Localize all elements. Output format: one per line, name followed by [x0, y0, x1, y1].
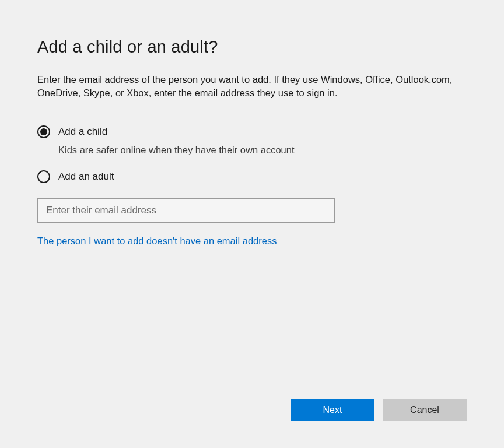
- radio-add-adult-label: Add an adult: [58, 170, 114, 184]
- no-email-link[interactable]: The person I want to add doesn't have an…: [37, 236, 276, 246]
- dialog-content: Add a child or an adult? Enter the email…: [14, 16, 490, 399]
- radio-add-child-label: Add a child: [58, 125, 107, 139]
- email-input[interactable]: [37, 198, 335, 223]
- page-title: Add a child or an adult?: [37, 37, 467, 57]
- person-type-radio-group: Add a child Kids are safer online when t…: [37, 125, 467, 184]
- radio-add-child[interactable]: Add a child: [37, 125, 467, 139]
- next-button[interactable]: Next: [290, 399, 374, 421]
- dialog-button-row: Next Cancel: [14, 399, 490, 434]
- radio-selected-icon: [37, 125, 50, 138]
- page-description: Enter the email address of the person yo…: [37, 73, 467, 100]
- radio-add-child-sublabel: Kids are safer online when they have the…: [58, 145, 467, 156]
- radio-add-adult[interactable]: Add an adult: [37, 170, 467, 184]
- cancel-button[interactable]: Cancel: [383, 399, 467, 421]
- radio-unselected-icon: [37, 170, 50, 183]
